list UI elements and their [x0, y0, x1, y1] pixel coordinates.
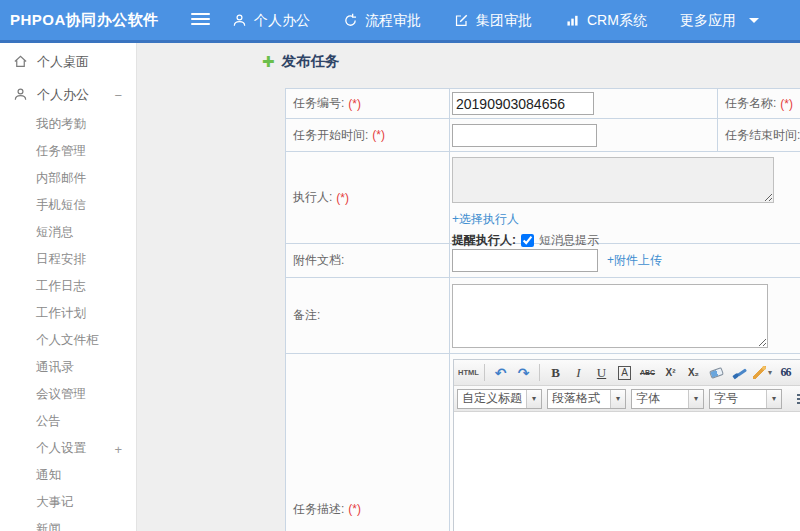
blockquote-button[interactable]: 66 — [775, 362, 796, 383]
sidebar-item-work-plan[interactable]: 工作计划 — [0, 300, 136, 327]
strikethrough-button[interactable]: ABC — [637, 362, 658, 383]
executor-label: 执行人: — [293, 189, 332, 206]
menu-process-approval[interactable]: 流程审批 — [343, 0, 421, 40]
caret-down-icon — [749, 18, 759, 23]
caret-down-icon: ▾ — [526, 390, 541, 408]
sidebar-item-mobile-sms[interactable]: 手机短信 — [0, 192, 136, 219]
description-label: 任务描述: — [293, 501, 344, 518]
page-title-text: 发布任务 — [282, 52, 340, 71]
toolbar-separator — [539, 364, 540, 381]
sidebar-item-news[interactable]: 新闻 — [0, 516, 136, 531]
form-row-task-time: 任务开始时间: (*) 任务结束时间: (*) — [286, 119, 800, 152]
sidebar-item-short-message[interactable]: 短消息 — [0, 219, 136, 246]
menu-more-apps[interactable]: 更多应用 — [680, 0, 759, 40]
redo-icon[interactable]: ↷ — [513, 362, 534, 383]
undo-icon[interactable]: ↶ — [490, 362, 511, 383]
eraser-icon — [709, 367, 724, 379]
bold-button[interactable]: B — [545, 362, 566, 383]
top-menu-label: 集团审批 — [476, 0, 532, 40]
top-menu-label: CRM系统 — [587, 0, 647, 40]
form-row-remark: 备注: — [286, 278, 800, 354]
top-menu-label: 更多应用 — [680, 0, 736, 40]
required-mark: (*) — [348, 97, 361, 111]
sidebar-item-work-log[interactable]: 工作日志 — [0, 273, 136, 300]
caret-down-icon: ▾ — [766, 390, 781, 408]
brush-icon — [733, 366, 747, 380]
sidebar-item-label: 会议管理 — [36, 386, 86, 403]
font-border-button[interactable]: A — [614, 362, 635, 383]
magic-wand-icon[interactable]: ▾ — [752, 362, 773, 383]
sidebar-item-label: 内部邮件 — [36, 170, 86, 187]
sidebar-item-internal-mail[interactable]: 内部邮件 — [0, 165, 136, 192]
editor-content-area[interactable] — [454, 412, 800, 531]
toolbar-separator — [484, 364, 485, 381]
publish-task-form: 任务编号: (*) 任务名称: (*) 任务开始时间: (*) 任务结束时间: … — [285, 88, 800, 531]
font-family-select-value: 字体 — [632, 390, 688, 407]
sidebar-item-label: 通讯录 — [36, 359, 74, 376]
attachment-upload-link[interactable]: +附件上传 — [607, 252, 662, 269]
underline-button[interactable]: U — [591, 362, 612, 383]
sidebar-item-announcement[interactable]: 公告 — [0, 408, 136, 435]
sidebar-item-personal-office[interactable]: 个人办公− — [0, 78, 136, 111]
sidebar-item-label: 手机短信 — [36, 197, 86, 214]
underline-button-glyph: U — [597, 365, 606, 381]
task-number-input[interactable] — [452, 92, 594, 115]
sidebar-item-label: 新闻 — [36, 521, 61, 531]
paragraph-format-select[interactable]: 段落格式▾ — [547, 389, 626, 409]
sidebar-item-schedule[interactable]: 日程安排 — [0, 246, 136, 273]
font-size-select[interactable]: 字号▾ — [709, 389, 782, 409]
top-menu-label: 流程审批 — [365, 0, 421, 40]
brush-icon[interactable] — [729, 362, 750, 383]
eraser-icon[interactable] — [706, 362, 727, 383]
subscript-button[interactable]: X₂ — [683, 362, 704, 383]
app-logo[interactable]: PHPOA协同办公软件 — [10, 0, 159, 40]
choose-executor-link[interactable]: +选择执行人 — [452, 212, 519, 226]
sidebar-item-notification[interactable]: 通知 — [0, 462, 136, 489]
sidebar-item-meeting-management[interactable]: 会议管理 — [0, 381, 136, 408]
sidebar-item-task-management[interactable]: 任务管理 — [0, 138, 136, 165]
html-source-button[interactable]: HTML — [458, 362, 479, 383]
menu-personal-office[interactable]: 个人办公 — [232, 0, 310, 40]
sidebar-item-personal-settings[interactable]: 个人设置+ — [0, 435, 136, 462]
caret-down-icon: ▾ — [688, 390, 703, 408]
sidebar-item-label: 我的考勤 — [36, 116, 86, 133]
top-menu: 个人办公流程审批集团审批CRM系统更多应用 — [232, 0, 759, 40]
user-icon — [13, 87, 28, 102]
italic-button[interactable]: I — [568, 362, 589, 383]
sidebar-item-personal-desktop[interactable]: 个人桌面 — [0, 45, 136, 78]
page-title: ✚ 发布任务 — [262, 52, 340, 71]
form-row-executor: 执行人: (*) +选择执行人 提醒执行人: 短消息提示 — [286, 152, 800, 244]
start-time-input[interactable] — [452, 124, 597, 147]
attachment-input[interactable] — [452, 249, 598, 272]
executor-textarea[interactable] — [452, 157, 774, 203]
required-mark: (*) — [372, 128, 385, 142]
sidebar-item-label: 工作日志 — [36, 278, 86, 295]
menu-crm-system[interactable]: CRM系统 — [565, 0, 647, 40]
expand-icon[interactable]: + — [114, 441, 122, 456]
user-icon — [232, 13, 247, 28]
form-row-description: 任务描述: (*) HTML↶↷BIUAABCX²X₂▾66A▾ 自定义标题▾段… — [286, 354, 800, 531]
sidebar-item-memorabilia[interactable]: 大事记 — [0, 489, 136, 516]
editor-toolbar-row2: 自定义标题▾段落格式▾字体▾字号▾ — [454, 386, 800, 412]
custom-title-select[interactable]: 自定义标题▾ — [457, 389, 542, 409]
task-name-label: 任务名称: — [725, 95, 776, 112]
rich-text-editor: HTML↶↷BIUAABCX²X₂▾66A▾ 自定义标题▾段落格式▾字体▾字号▾ — [453, 359, 800, 531]
sidebar-item-my-attendance[interactable]: 我的考勤 — [0, 111, 136, 138]
superscript-button[interactable]: X² — [660, 362, 681, 383]
collapse-icon[interactable]: − — [114, 87, 122, 102]
sidebar-item-label: 个人设置 — [36, 440, 86, 457]
sidebar-item-label: 日程安排 — [36, 251, 86, 268]
form-row-attachment: 附件文档: +附件上传 — [286, 244, 800, 278]
sidebar-item-contacts[interactable]: 通讯录 — [0, 354, 136, 381]
sidebar-item-label: 个人桌面 — [37, 53, 89, 71]
sidebar-item-label: 短消息 — [36, 224, 74, 241]
sidebar-item-label: 任务管理 — [36, 143, 86, 160]
sidebar-item-label: 个人办公 — [37, 86, 89, 104]
remark-textarea[interactable] — [452, 284, 768, 348]
menu-group-approval[interactable]: 集团审批 — [454, 0, 532, 40]
caret-down-icon: ▾ — [768, 368, 772, 377]
menu-toggle-icon[interactable] — [191, 13, 210, 27]
required-mark: (*) — [780, 97, 793, 111]
sidebar-item-personal-file-cabinet[interactable]: 个人文件柜 — [0, 327, 136, 354]
font-family-select[interactable]: 字体▾ — [631, 389, 704, 409]
